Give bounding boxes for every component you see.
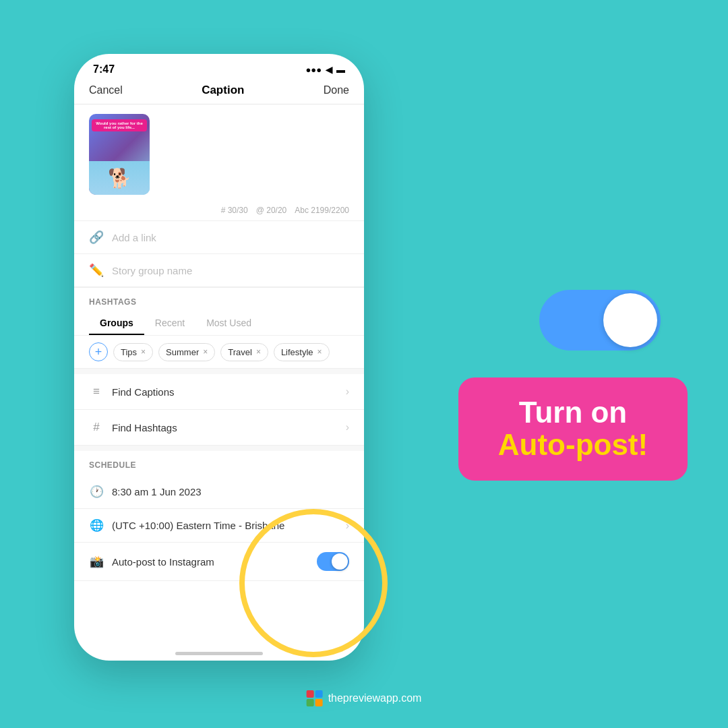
mention-counter: @ 20/20 <box>256 206 287 215</box>
hashtags-section-header: HASHTAGS <box>74 288 364 312</box>
cancel-button[interactable]: Cancel <box>89 84 123 96</box>
link-icon: 🔗 <box>89 230 104 245</box>
status-bar: 7:47 ●●● ◀ ▬ <box>74 54 364 80</box>
nav-title: Caption <box>202 84 244 97</box>
home-indicator <box>175 652 263 655</box>
bubble-line1: Turn on <box>483 396 663 429</box>
thumbnail-text: Would you rather for the rest of you lif… <box>92 119 147 131</box>
tab-recent[interactable]: Recent <box>144 312 195 335</box>
thumbnail-dog: 🐕 <box>89 161 150 195</box>
story-placeholder: Story group name <box>112 265 192 276</box>
tag-chips-area: + Tips × Summer × Travel × Lifestyle × <box>74 336 364 369</box>
grid-blue <box>315 690 323 698</box>
wifi-signal-icon: ◀ <box>326 65 332 75</box>
section-gap <box>74 369 364 374</box>
grid-red <box>307 690 314 698</box>
done-button[interactable]: Done <box>324 84 349 96</box>
tag-tips-label: Tips <box>121 347 137 357</box>
tab-most-used[interactable]: Most Used <box>195 312 262 335</box>
battery-icon: ▬ <box>336 65 345 75</box>
link-placeholder: Add a link <box>112 232 156 243</box>
find-captions-item[interactable]: ≡ Find Captions › <box>74 374 364 410</box>
brand-url: thepreviewapp.com <box>328 692 422 704</box>
schedule-timezone: (UTC +10:00) Eastern Time - Brisbane <box>112 520 338 531</box>
tag-lifestyle[interactable]: Lifestyle × <box>274 343 330 361</box>
autopost-label: Auto-post to Instagram <box>112 556 309 568</box>
find-hashtags-item[interactable]: # Find Hashtags › <box>74 410 364 446</box>
post-thumbnail: Would you rather for the rest of you lif… <box>89 114 150 195</box>
pencil-icon: ✏️ <box>89 263 104 278</box>
schedule-datetime-item[interactable]: 🕐 8:30 am 1 Jun 2023 <box>74 475 364 509</box>
find-hashtags-chevron: › <box>346 421 349 433</box>
globe-icon: 🌐 <box>89 518 104 533</box>
tab-groups[interactable]: Groups <box>89 312 144 335</box>
hashtags-icon: # <box>89 421 104 434</box>
tag-tips[interactable]: Tips × <box>113 343 153 361</box>
post-area: Would you rather for the rest of you lif… <box>74 104 364 204</box>
tag-summer-label: Summer <box>166 347 199 357</box>
clock-icon: 🕐 <box>89 485 104 499</box>
pink-promo-bubble: Turn on Auto-post! <box>458 377 688 481</box>
brand-logo-grid <box>307 690 323 706</box>
captions-icon: ≡ <box>89 385 104 398</box>
status-icons: ●●● ◀ ▬ <box>305 65 345 75</box>
autopost-toggle[interactable] <box>317 552 349 571</box>
big-toggle-track <box>539 290 661 351</box>
section-gap-2 <box>74 446 364 451</box>
schedule-section-header: SCHEDULE <box>74 451 364 475</box>
grid-green <box>307 699 314 706</box>
hashtag-tabs: Groups Recent Most Used <box>74 312 364 336</box>
tag-tips-remove[interactable]: × <box>141 347 146 357</box>
counter-row: # 30/30 @ 20/20 Abc 2199/2200 <box>74 204 364 220</box>
content-area: Would you rather for the rest of you lif… <box>74 104 364 644</box>
find-captions-label: Find Captions <box>112 386 338 398</box>
tag-travel-remove[interactable]: × <box>256 347 261 357</box>
tag-summer-remove[interactable]: × <box>203 347 208 357</box>
tag-travel[interactable]: Travel × <box>220 343 268 361</box>
char-counter: Abc 2199/2200 <box>295 206 349 215</box>
tag-lifestyle-remove[interactable]: × <box>317 347 322 357</box>
schedule-datetime: 8:30 am 1 Jun 2023 <box>112 486 349 497</box>
hashtag-counter: # 30/30 <box>221 206 248 215</box>
instagram-icon: 📸 <box>89 555 104 569</box>
big-toggle-thumb <box>603 293 657 347</box>
link-field-row[interactable]: 🔗 Add a link <box>74 221 364 254</box>
timezone-chevron: › <box>346 520 349 532</box>
branding-footer: thepreviewapp.com <box>307 690 422 706</box>
toggle-thumb <box>332 553 348 570</box>
big-toggle-decoration <box>539 290 661 351</box>
tag-summer[interactable]: Summer × <box>158 343 215 361</box>
tag-lifestyle-label: Lifestyle <box>281 347 313 357</box>
status-time: 7:47 <box>93 63 115 75</box>
schedule-timezone-item[interactable]: 🌐 (UTC +10:00) Eastern Time - Brisbane › <box>74 509 364 543</box>
bubble-line2: Auto-post! <box>483 429 663 461</box>
add-tag-button[interactable]: + <box>89 342 108 361</box>
nav-bar: Cancel Caption Done <box>74 80 364 104</box>
tag-travel-label: Travel <box>228 347 252 357</box>
grid-orange <box>315 699 323 706</box>
story-field-row[interactable]: ✏️ Story group name <box>74 254 364 287</box>
find-hashtags-label: Find Hashtags <box>112 422 338 433</box>
phone-mockup: 7:47 ●●● ◀ ▬ Cancel Caption Done Would y… <box>74 54 364 661</box>
wifi-icon: ●●● <box>305 65 322 75</box>
find-captions-chevron: › <box>346 386 349 398</box>
autopost-item[interactable]: 📸 Auto-post to Instagram <box>74 543 364 581</box>
